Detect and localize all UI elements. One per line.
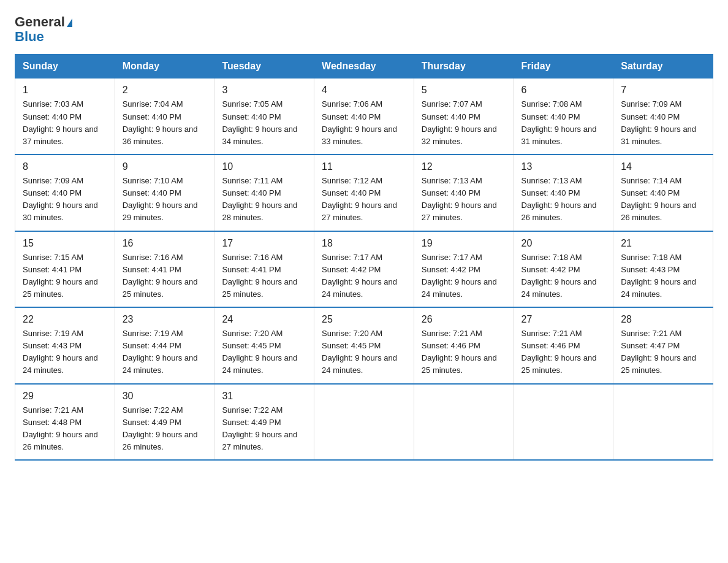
calendar-cell: 23Sunrise: 7:19 AMSunset: 4:44 PMDayligh…	[115, 307, 214, 384]
day-number: 12	[422, 161, 506, 172]
calendar-cell: 8Sunrise: 7:09 AMSunset: 4:40 PMDaylight…	[15, 155, 115, 231]
calendar-cell: 9Sunrise: 7:10 AMSunset: 4:40 PMDaylight…	[115, 155, 214, 231]
day-info: Sunrise: 7:12 AMSunset: 4:40 PMDaylight:…	[322, 176, 397, 222]
day-info: Sunrise: 7:06 AMSunset: 4:40 PMDaylight:…	[322, 99, 397, 145]
day-info: Sunrise: 7:22 AMSunset: 4:49 PMDaylight:…	[123, 405, 198, 451]
calendar-cell: 16Sunrise: 7:16 AMSunset: 4:41 PMDayligh…	[115, 231, 214, 308]
day-info: Sunrise: 7:17 AMSunset: 4:42 PMDaylight:…	[322, 253, 397, 299]
day-number: 28	[621, 314, 705, 325]
day-number: 14	[621, 161, 705, 172]
calendar-cell: 1Sunrise: 7:03 AMSunset: 4:40 PMDaylight…	[15, 79, 115, 155]
weekday-header-saturday: Saturday	[613, 55, 713, 79]
day-number: 22	[23, 314, 107, 325]
calendar-cell: 6Sunrise: 7:08 AMSunset: 4:40 PMDaylight…	[514, 79, 613, 155]
calendar-cell: 28Sunrise: 7:21 AMSunset: 4:47 PMDayligh…	[613, 307, 713, 384]
day-info: Sunrise: 7:15 AMSunset: 4:41 PMDaylight:…	[23, 253, 98, 299]
calendar-week-row: 29Sunrise: 7:21 AMSunset: 4:48 PMDayligh…	[15, 384, 713, 461]
day-info: Sunrise: 7:19 AMSunset: 4:44 PMDaylight:…	[123, 329, 198, 375]
calendar-week-row: 22Sunrise: 7:19 AMSunset: 4:43 PMDayligh…	[15, 307, 713, 384]
day-info: Sunrise: 7:21 AMSunset: 4:46 PMDaylight:…	[521, 329, 597, 375]
calendar-cell: 12Sunrise: 7:13 AMSunset: 4:40 PMDayligh…	[414, 155, 514, 231]
day-info: Sunrise: 7:21 AMSunset: 4:46 PMDaylight:…	[422, 329, 497, 375]
calendar-week-row: 8Sunrise: 7:09 AMSunset: 4:40 PMDaylight…	[15, 155, 713, 231]
day-number: 1	[23, 85, 107, 96]
calendar-cell: 14Sunrise: 7:14 AMSunset: 4:40 PMDayligh…	[613, 155, 713, 231]
day-info: Sunrise: 7:14 AMSunset: 4:40 PMDaylight:…	[621, 176, 696, 222]
day-number: 27	[521, 314, 606, 325]
calendar-table: SundayMondayTuesdayWednesdayThursdayFrid…	[15, 54, 713, 461]
day-number: 30	[123, 391, 207, 402]
weekday-header-sunday: Sunday	[15, 55, 115, 79]
calendar-cell	[514, 384, 613, 461]
day-info: Sunrise: 7:05 AMSunset: 4:40 PMDaylight:…	[222, 99, 297, 145]
day-info: Sunrise: 7:13 AMSunset: 4:40 PMDaylight:…	[422, 176, 497, 222]
day-number: 19	[422, 238, 506, 249]
calendar-cell: 20Sunrise: 7:18 AMSunset: 4:42 PMDayligh…	[514, 231, 613, 308]
calendar-cell	[414, 384, 514, 461]
day-number: 29	[23, 391, 107, 402]
calendar-week-row: 1Sunrise: 7:03 AMSunset: 4:40 PMDaylight…	[15, 79, 713, 155]
day-info: Sunrise: 7:20 AMSunset: 4:45 PMDaylight:…	[322, 329, 397, 375]
day-number: 16	[123, 238, 207, 249]
weekday-header-row: SundayMondayTuesdayWednesdayThursdayFrid…	[15, 55, 713, 79]
calendar-cell: 15Sunrise: 7:15 AMSunset: 4:41 PMDayligh…	[15, 231, 115, 308]
calendar-cell: 13Sunrise: 7:13 AMSunset: 4:40 PMDayligh…	[514, 155, 613, 231]
calendar-cell: 17Sunrise: 7:16 AMSunset: 4:41 PMDayligh…	[214, 231, 314, 308]
day-number: 8	[23, 161, 107, 172]
weekday-header-wednesday: Wednesday	[314, 55, 414, 79]
day-number: 26	[422, 314, 506, 325]
weekday-header-monday: Monday	[115, 55, 214, 79]
calendar-cell: 2Sunrise: 7:04 AMSunset: 4:40 PMDaylight…	[115, 79, 214, 155]
weekday-header-tuesday: Tuesday	[214, 55, 314, 79]
weekday-header-thursday: Thursday	[414, 55, 514, 79]
day-info: Sunrise: 7:22 AMSunset: 4:49 PMDaylight:…	[222, 405, 297, 451]
calendar-cell: 25Sunrise: 7:20 AMSunset: 4:45 PMDayligh…	[314, 307, 414, 384]
calendar-cell: 7Sunrise: 7:09 AMSunset: 4:40 PMDaylight…	[613, 79, 713, 155]
day-info: Sunrise: 7:04 AMSunset: 4:40 PMDaylight:…	[123, 99, 198, 145]
day-info: Sunrise: 7:16 AMSunset: 4:41 PMDaylight:…	[123, 253, 198, 299]
calendar-cell: 24Sunrise: 7:20 AMSunset: 4:45 PMDayligh…	[214, 307, 314, 384]
day-number: 17	[222, 238, 306, 249]
calendar-cell: 21Sunrise: 7:18 AMSunset: 4:43 PMDayligh…	[613, 231, 713, 308]
day-info: Sunrise: 7:03 AMSunset: 4:40 PMDaylight:…	[23, 99, 98, 145]
day-info: Sunrise: 7:17 AMSunset: 4:42 PMDaylight:…	[422, 253, 497, 299]
day-number: 31	[222, 391, 306, 402]
day-info: Sunrise: 7:16 AMSunset: 4:41 PMDaylight:…	[222, 253, 297, 299]
day-info: Sunrise: 7:19 AMSunset: 4:43 PMDaylight:…	[23, 329, 98, 375]
logo-blue: Blue	[15, 29, 44, 44]
day-info: Sunrise: 7:21 AMSunset: 4:48 PMDaylight:…	[23, 405, 98, 451]
calendar-cell: 26Sunrise: 7:21 AMSunset: 4:46 PMDayligh…	[414, 307, 514, 384]
calendar-week-row: 15Sunrise: 7:15 AMSunset: 4:41 PMDayligh…	[15, 231, 713, 308]
day-info: Sunrise: 7:21 AMSunset: 4:47 PMDaylight:…	[621, 329, 696, 375]
day-info: Sunrise: 7:09 AMSunset: 4:40 PMDaylight:…	[621, 99, 696, 145]
day-number: 3	[222, 85, 306, 96]
day-number: 13	[521, 161, 606, 172]
day-number: 7	[621, 85, 705, 96]
day-info: Sunrise: 7:18 AMSunset: 4:42 PMDaylight:…	[521, 253, 597, 299]
day-number: 18	[322, 238, 406, 249]
calendar-cell: 31Sunrise: 7:22 AMSunset: 4:49 PMDayligh…	[214, 384, 314, 461]
day-info: Sunrise: 7:18 AMSunset: 4:43 PMDaylight:…	[621, 253, 696, 299]
calendar-cell: 30Sunrise: 7:22 AMSunset: 4:49 PMDayligh…	[115, 384, 214, 461]
calendar-cell	[314, 384, 414, 461]
day-number: 11	[322, 161, 406, 172]
calendar-cell: 3Sunrise: 7:05 AMSunset: 4:40 PMDaylight…	[214, 79, 314, 155]
day-number: 2	[123, 85, 207, 96]
calendar-cell: 27Sunrise: 7:21 AMSunset: 4:46 PMDayligh…	[514, 307, 613, 384]
calendar-cell: 10Sunrise: 7:11 AMSunset: 4:40 PMDayligh…	[214, 155, 314, 231]
day-info: Sunrise: 7:09 AMSunset: 4:40 PMDaylight:…	[23, 176, 98, 222]
day-number: 15	[23, 238, 107, 249]
day-number: 10	[222, 161, 306, 172]
day-info: Sunrise: 7:11 AMSunset: 4:40 PMDaylight:…	[222, 176, 297, 222]
day-number: 23	[123, 314, 207, 325]
weekday-header-friday: Friday	[514, 55, 613, 79]
calendar-cell: 19Sunrise: 7:17 AMSunset: 4:42 PMDayligh…	[414, 231, 514, 308]
day-number: 21	[621, 238, 705, 249]
calendar-cell	[613, 384, 713, 461]
day-info: Sunrise: 7:07 AMSunset: 4:40 PMDaylight:…	[422, 99, 497, 145]
day-number: 20	[521, 238, 606, 249]
day-info: Sunrise: 7:13 AMSunset: 4:40 PMDaylight:…	[521, 176, 597, 222]
calendar-cell: 29Sunrise: 7:21 AMSunset: 4:48 PMDayligh…	[15, 384, 115, 461]
calendar-cell: 4Sunrise: 7:06 AMSunset: 4:40 PMDaylight…	[314, 79, 414, 155]
day-info: Sunrise: 7:10 AMSunset: 4:40 PMDaylight:…	[123, 176, 198, 222]
